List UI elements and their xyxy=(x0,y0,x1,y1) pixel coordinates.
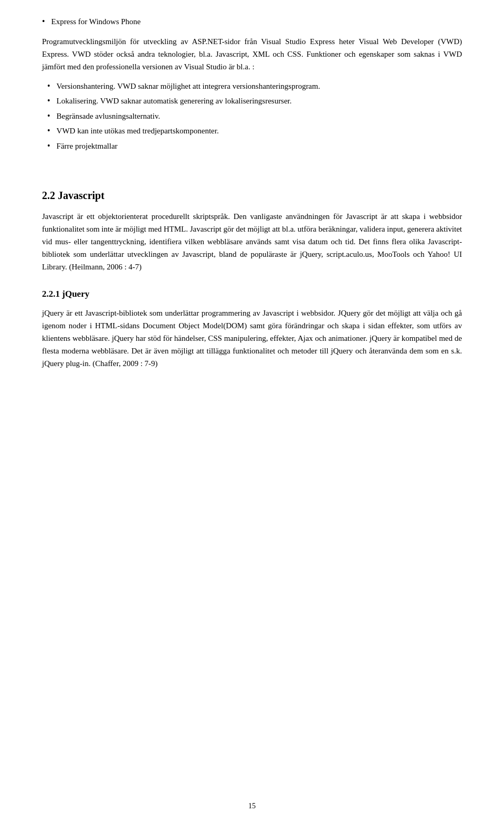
bullet-item-4: • Färre projektmallar xyxy=(47,140,462,152)
page-number: 15 xyxy=(248,802,256,810)
paragraph-2: Javascript är ett objektorienterat proce… xyxy=(42,210,462,273)
intro-bullet-text: Express for Windows Phone xyxy=(51,16,462,28)
bullet-text-1: Lokalisering. VWD saknar automatisk gene… xyxy=(57,95,462,107)
bullet-list: • Versionshantering. VWD saknar möjlighe… xyxy=(47,80,462,152)
bullet-symbol-2: • xyxy=(47,111,50,121)
bullet-symbol-1: • xyxy=(47,96,50,106)
bullet-symbol-0: • xyxy=(47,81,50,91)
section-heading-javascript: 2.2 Javascript xyxy=(42,190,462,202)
bullet-text-3: VWD kan inte utökas med tredjepartskompo… xyxy=(57,125,462,137)
intro-bullet-item: • Express for Windows Phone xyxy=(42,16,462,28)
bullet-symbol-3: • xyxy=(47,126,50,136)
bullet-symbol: • xyxy=(42,17,45,26)
bullet-item-1: • Lokalisering. VWD saknar automatisk ge… xyxy=(47,95,462,107)
bullet-text-0: Versionshantering. VWD saknar möjlighet … xyxy=(57,80,462,92)
bullet-text-2: Begränsade avlusningsalternativ. xyxy=(57,110,462,122)
bullet-text-4: Färre projektmallar xyxy=(57,140,462,152)
paragraph-3: jQuery är ett Javascript-bibliotek som u… xyxy=(42,307,462,370)
paragraph-1: Programutvecklingsmiljön för utveckling … xyxy=(42,35,462,73)
bullet-symbol-4: • xyxy=(47,141,50,151)
page-container: • Express for Windows Phone Programutvec… xyxy=(0,0,504,823)
bullet-item-3: • VWD kan inte utökas med tredjepartskom… xyxy=(47,125,462,137)
bullet-item-2: • Begränsade avlusningsalternativ. xyxy=(47,110,462,122)
subsection-heading-jquery: 2.2.1 jQuery xyxy=(42,289,462,299)
bullet-item-0: • Versionshantering. VWD saknar möjlighe… xyxy=(47,80,462,92)
